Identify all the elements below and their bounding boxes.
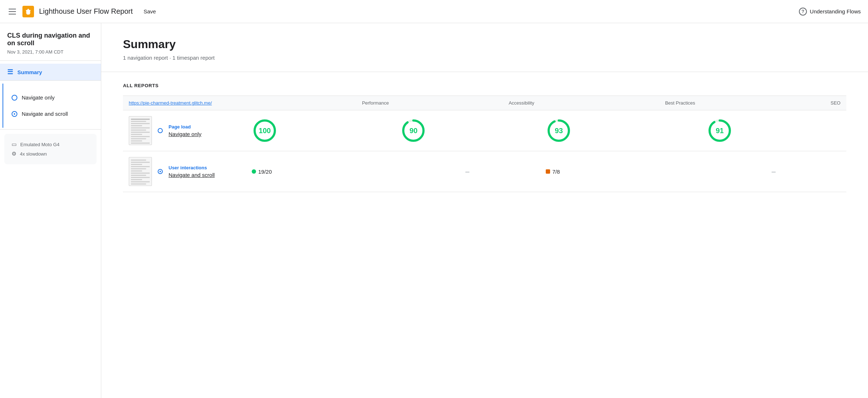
row2-accessibility-cell: – (395, 151, 540, 192)
row1-bestpractices-cell: 93 (540, 110, 701, 151)
row1-thumbnail (129, 116, 152, 145)
flow-connector (3, 84, 3, 128)
sidebar-divider-2 (0, 80, 101, 81)
row1-info: Page load Navigate only (129, 116, 240, 145)
row1-performance-score: 100 (252, 118, 278, 144)
row2-thumbnail (129, 157, 152, 186)
pass-dot (252, 169, 256, 174)
row1-type: Page load (169, 124, 201, 130)
row1-bestpractices-score: 93 (546, 118, 572, 144)
report-table: https://pie-charmed-treatment.glitch.me/… (123, 96, 846, 192)
sidebar-divider-1 (0, 60, 101, 61)
list-icon: ☰ (7, 68, 13, 76)
header-right: ? Understanding Flows (799, 8, 861, 16)
row1-name-link[interactable]: Navigate only (169, 131, 201, 137)
main-layout: CLS during navigation and on scroll Nov … (0, 23, 868, 398)
device-icon: ▭ (12, 141, 17, 148)
row1-seo-value: 91 (716, 127, 724, 135)
row1-seo-cell: 91 (701, 110, 846, 151)
row2-info-cell: User interactions Navigate and scroll (123, 151, 246, 192)
row2-step-indicator (158, 169, 163, 174)
row2-type: User interactions (169, 165, 215, 170)
row1-name-section: Page load Navigate only (169, 124, 201, 137)
row2-name-section: User interactions Navigate and scroll (169, 165, 215, 178)
accessibility-header: Accessibility (395, 96, 540, 110)
sidebar-header: CLS during navigation and on scroll Nov … (0, 23, 101, 60)
step-dot-2 (158, 169, 163, 174)
summary-subtitle: 1 navigation report · 1 timespan report (123, 55, 846, 61)
save-button[interactable]: Save (138, 5, 162, 17)
understanding-flows-link[interactable]: ? Understanding Flows (799, 8, 861, 16)
device-info: ▭ Emulated Moto G4 ⚙ 4x slowdown (4, 134, 97, 164)
row1-performance-cell: 100 (246, 110, 395, 151)
step-circle-2 (12, 111, 17, 117)
best-practices-header: Best Practices (540, 96, 701, 110)
help-icon: ? (799, 8, 807, 16)
sidebar: CLS during navigation and on scroll Nov … (0, 23, 101, 398)
all-reports-label: ALL REPORTS (123, 83, 846, 88)
summary-title: Summary (123, 38, 846, 51)
row1-info-cell: Page load Navigate only (123, 110, 246, 151)
device-row-2: ⚙ 4x slowdown (12, 149, 89, 158)
row2-seo-cell: – (701, 151, 846, 192)
row1-step-indicator (158, 128, 163, 133)
row2-performance-cell: 19/20 (246, 151, 395, 192)
row2-warn-indicator: 7/8 (546, 169, 695, 175)
row2-pass-value: 19/20 (258, 169, 272, 175)
sidebar-summary-label: Summary (17, 69, 42, 75)
step-circle-1 (12, 95, 17, 101)
sidebar-item-summary[interactable]: ☰ Summary (0, 64, 101, 80)
row1-seo-score: 91 (707, 118, 733, 144)
menu-icon[interactable] (7, 7, 17, 16)
row1-perf-value: 100 (259, 127, 271, 135)
flow-step-2[interactable]: Navigate and scroll (12, 106, 101, 122)
step-label-2: Navigate and scroll (22, 111, 68, 117)
row2-bestpractices-cell: 7/8 (540, 151, 701, 192)
device-label: Emulated Moto G4 (20, 142, 59, 147)
warn-square (546, 169, 550, 174)
seo-header: SEO (701, 96, 846, 110)
table-row: User interactions Navigate and scroll 19… (123, 151, 846, 192)
device-row-1: ▭ Emulated Moto G4 (12, 140, 89, 149)
slowdown-label: 4x slowdown (20, 151, 47, 157)
header-title: Lighthouse User Flow Report (39, 7, 133, 16)
project-date: Nov 3, 2021, 7:00 AM CDT (7, 49, 94, 55)
header: Lighthouse User Flow Report Save ? Under… (0, 0, 868, 23)
row1-accessibility-score: 90 (400, 118, 426, 144)
step-dot-1 (158, 128, 163, 133)
row2-info: User interactions Navigate and scroll (129, 157, 240, 186)
sidebar-divider-3 (0, 129, 101, 130)
row1-accessibility-cell: 90 (395, 110, 540, 151)
lighthouse-logo (22, 6, 34, 17)
header-left: Lighthouse User Flow Report Save (7, 5, 799, 17)
row2-warn-value: 7/8 (552, 169, 560, 175)
understanding-flows-label: Understanding Flows (810, 8, 861, 14)
step-label-1: Navigate only (22, 94, 55, 101)
flow-steps: Navigate only Navigate and scroll (0, 84, 101, 128)
project-title: CLS during navigation and on scroll (7, 32, 94, 47)
slowdown-icon: ⚙ (12, 151, 16, 157)
row1-bp-value: 93 (555, 127, 563, 135)
table-header-row: https://pie-charmed-treatment.glitch.me/… (123, 96, 846, 110)
main-content: Summary 1 navigation report · 1 timespan… (101, 23, 868, 398)
summary-header: Summary 1 navigation report · 1 timespan… (101, 23, 868, 72)
performance-header: Performance (246, 96, 395, 110)
reports-section: ALL REPORTS https://pie-charmed-treatmen… (101, 72, 868, 203)
table-row: Page load Navigate only (123, 110, 846, 151)
row2-pass-indicator: 19/20 (252, 169, 389, 175)
url-header[interactable]: https://pie-charmed-treatment.glitch.me/ (123, 96, 246, 110)
flow-step-1[interactable]: Navigate only (12, 89, 101, 106)
row2-name-link[interactable]: Navigate and scroll (169, 172, 215, 178)
row1-acc-value: 90 (409, 127, 417, 135)
